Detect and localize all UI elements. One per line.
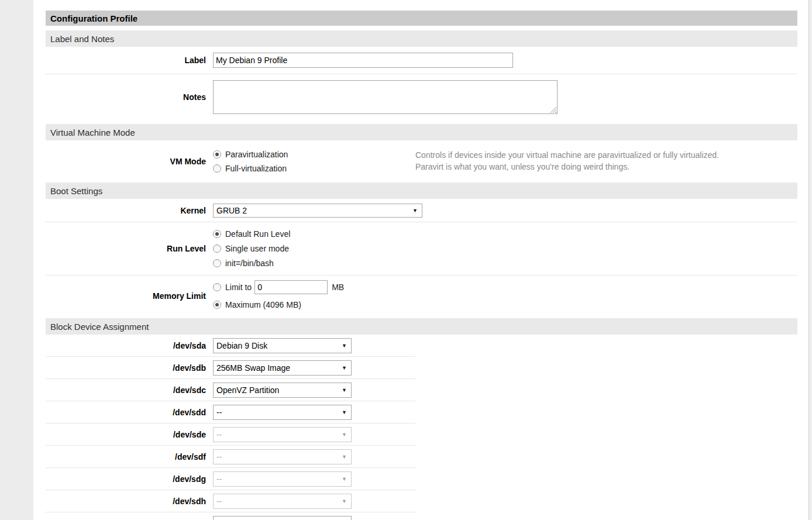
dropdown-arrow-icon: ▼: [342, 476, 347, 481]
run-level-label: Run Level: [46, 244, 213, 253]
option-label: Full-virtualization: [225, 164, 287, 173]
dropdown-arrow-icon: ▼: [342, 343, 347, 348]
device-select-sdb[interactable]: 256MB Swap Image ▼: [213, 360, 352, 376]
radio-default-run-level[interactable]: [213, 230, 221, 238]
kernel-select-value: GRUB 2: [216, 206, 247, 215]
dropdown-arrow-icon: ▼: [342, 498, 347, 504]
notes-textarea[interactable]: [213, 80, 558, 114]
selected-value: --: [216, 497, 222, 506]
device-label: /dev/sdf: [46, 452, 213, 462]
device-select-sda[interactable]: Debian 9 Disk ▼: [213, 338, 352, 353]
device-row-sde: /dev/sde -- ▼: [46, 423, 415, 446]
vm-mode-help-text: Controls if devices inside your virtual …: [415, 149, 796, 173]
dropdown-arrow-icon: ▼: [342, 409, 347, 415]
device-select-initrd[interactable]: -- No initrd -- ▼: [213, 516, 352, 520]
option-label: init=/bin/bash: [225, 259, 274, 268]
device-row-sdg: /dev/sdg -- ▼: [46, 468, 415, 490]
dropdown-arrow-icon: ▼: [342, 432, 347, 437]
device-select-sdd[interactable]: -- ▼: [213, 405, 352, 420]
option-init-bin-bash: init=/bin/bash: [213, 256, 290, 271]
section-heading: Block Device Assignment: [50, 322, 149, 332]
option-label: Maximum (4096 MB): [225, 300, 301, 309]
memory-limit-input[interactable]: [254, 280, 328, 294]
device-row-sdc: /dev/sdc OpenVZ Partition ▼: [46, 379, 415, 401]
device-select-sde: -- ▼: [213, 427, 352, 442]
radio-init-bin-bash[interactable]: [213, 259, 221, 267]
device-label: /dev/sdd: [46, 408, 213, 417]
kernel-label: Kernel: [46, 206, 213, 215]
option-full-virtualization: Full-virtualization: [213, 161, 288, 175]
dropdown-arrow-icon: ▼: [412, 208, 418, 213]
option-single-user-mode: Single user mode: [213, 242, 290, 256]
option-label: Default Run Level: [225, 229, 290, 239]
device-row-sdf: /dev/sdf -- ▼: [46, 446, 415, 468]
option-label: Paravirtualization: [225, 150, 288, 159]
label-row: Label: [46, 47, 797, 74]
memory-limit-row: Memory Limit Limit to MB Maximum (4096 M…: [46, 276, 797, 316]
device-label: /dev/sda: [46, 341, 213, 350]
memory-limit-options: Limit to MB Maximum (4096 MB): [213, 278, 344, 314]
vm-mode-options: Paravirtualization Full-virtualization: [213, 147, 288, 175]
device-row-sda: /dev/sda Debian 9 Disk ▼: [46, 335, 415, 357]
device-select-sdf: -- ▼: [213, 449, 352, 464]
option-label: Single user mode: [225, 244, 289, 253]
radio-limit-to[interactable]: [213, 283, 221, 291]
radio-maximum-memory[interactable]: [213, 301, 221, 309]
kernel-select[interactable]: GRUB 2 ▼: [213, 204, 422, 218]
notes-textarea-wrap: [213, 80, 558, 114]
run-level-options: Default Run Level Single user mode init=…: [213, 227, 290, 271]
page-title-bar: Configuration Profile: [46, 11, 797, 26]
section-header-label-and-notes: Label and Notes: [46, 30, 797, 47]
radio-paravirtualization[interactable]: [213, 150, 221, 159]
device-row-sdd: /dev/sdd -- ▼: [46, 401, 415, 423]
option-paravirtualization: Paravirtualization: [213, 147, 288, 161]
device-select-sdg: -- ▼: [213, 471, 352, 487]
selected-value: Debian 9 Disk: [216, 341, 267, 350]
dropdown-arrow-icon: ▼: [342, 365, 347, 370]
selected-value: --: [216, 430, 222, 439]
notes-field-label: Notes: [46, 92, 213, 102]
page-title: Configuration Profile: [50, 13, 137, 23]
device-row-sdb: /dev/sdb 256MB Swap Image ▼: [46, 357, 415, 379]
radio-single-user-mode[interactable]: [213, 244, 221, 253]
mb-unit-text: MB: [332, 283, 344, 292]
device-row-initrd: initrd -- No initrd -- ▼: [46, 512, 415, 520]
section-header-vm-mode: Virtual Machine Mode: [46, 124, 797, 140]
device-label: /dev/sdc: [46, 385, 213, 395]
device-select-sdh: -- ▼: [213, 494, 352, 509]
device-label: /dev/sdg: [46, 474, 213, 484]
option-default-run-level: Default Run Level: [213, 227, 290, 242]
section-heading: Boot Settings: [50, 186, 102, 196]
dropdown-arrow-icon: ▼: [342, 454, 347, 459]
dropdown-arrow-icon: ▼: [342, 387, 347, 392]
device-label: /dev/sde: [46, 430, 213, 439]
config-profile-form: Configuration Profile Label and Notes La…: [46, 11, 797, 520]
label-input[interactable]: [213, 53, 513, 68]
selected-value: 256MB Swap Image: [216, 363, 290, 373]
section-header-boot-settings: Boot Settings: [46, 182, 797, 199]
run-level-row: Run Level Default Run Level Single user …: [46, 222, 797, 276]
device-label: /dev/sdh: [46, 497, 213, 506]
selected-value: --: [216, 474, 222, 484]
section-header-block-devices: Block Device Assignment: [46, 318, 797, 335]
device-select-sdc[interactable]: OpenVZ Partition ▼: [213, 383, 352, 398]
help-line: Paravirt is what you want, unless you're…: [415, 161, 796, 173]
vm-mode-label: VM Mode: [46, 157, 213, 166]
notes-row: Notes: [46, 74, 797, 120]
label-field-label: Label: [46, 56, 213, 65]
option-maximum-memory: Maximum (4096 MB): [213, 296, 344, 314]
device-row-sdh: /dev/sdh -- ▼: [46, 490, 415, 512]
memory-limit-label: Memory Limit: [46, 291, 213, 301]
selected-value: --: [216, 452, 222, 462]
left-gutter: [0, 0, 33, 520]
option-limit-to: Limit to MB: [213, 278, 344, 296]
selected-value: OpenVZ Partition: [216, 385, 279, 395]
radio-full-virtualization[interactable]: [213, 164, 221, 173]
device-label: /dev/sdb: [46, 363, 213, 373]
page: Configuration Profile Label and Notes La…: [0, 0, 812, 520]
section-heading: Label and Notes: [50, 34, 114, 44]
scrollbar-track[interactable]: [808, 0, 812, 520]
selected-value: --: [216, 408, 222, 417]
kernel-row: Kernel GRUB 2 ▼: [46, 199, 797, 222]
limit-to-text: Limit to: [225, 283, 252, 292]
